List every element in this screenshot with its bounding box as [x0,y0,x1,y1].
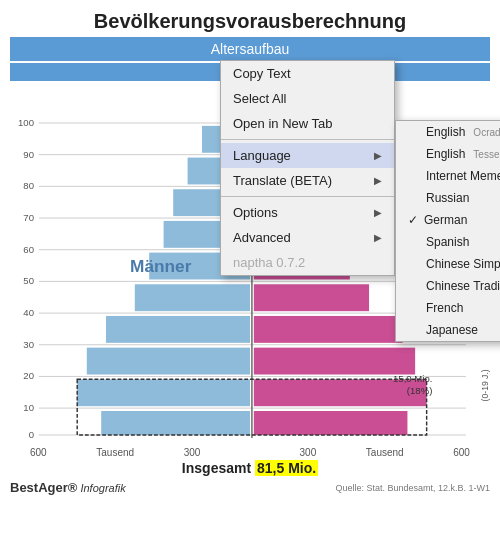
svg-text:90: 90 [23,149,34,160]
svg-text:100: 100 [18,117,34,128]
context-menu-overlay: Copy Text Select All Open in New Tab Lan… [220,60,395,276]
lang-chinese-traditional[interactable]: Chinese Traditional [396,275,500,297]
lang-french[interactable]: French [396,297,500,319]
svg-text:15,0 Mio.: 15,0 Mio. [393,373,432,384]
open-new-tab-item[interactable]: Open in New Tab [221,111,394,136]
advanced-item[interactable]: Advanced ▶ [221,225,394,250]
infographic-title: Bevölkerungsvorausberechnung [10,10,490,33]
svg-text:Männer: Männer [130,256,192,276]
translate-submenu-arrow: ▶ [374,175,382,186]
options-item[interactable]: Options ▶ [221,200,394,225]
svg-rect-29 [106,316,250,343]
options-submenu-arrow: ▶ [374,207,382,218]
separator-2 [221,196,394,197]
svg-text:40: 40 [23,307,34,318]
svg-rect-32 [101,411,250,435]
source-label: Quelle: Stat. Bundesamt, 12.k.B. 1-W1 [335,483,490,493]
footer: BestAger® Infografik Quelle: Stat. Bunde… [10,480,490,495]
copy-text-item[interactable]: Copy Text [221,61,394,86]
lang-japanese[interactable]: Japanese [396,319,500,341]
lang-spanish[interactable]: Spanish [396,231,500,253]
svg-text:10: 10 [23,402,34,413]
lang-russian[interactable]: Russian [396,187,500,209]
svg-rect-40 [254,348,415,375]
svg-text:50: 50 [23,275,34,286]
language-submenu: English Ocrad.js English Tesseract Inter… [395,120,500,342]
svg-rect-28 [135,284,250,311]
bestager-brand: BestAger® Infografik [10,480,126,495]
translate-item[interactable]: Translate (BETA) ▶ [221,168,394,193]
svg-text:80: 80 [23,180,34,191]
advanced-submenu-arrow: ▶ [374,232,382,243]
language-submenu-arrow: ▶ [374,150,382,161]
svg-text:60: 60 [23,244,34,255]
svg-text:20: 20 [23,370,34,381]
svg-rect-42 [254,411,408,435]
svg-text:0: 0 [29,429,34,440]
svg-text:30: 30 [23,339,34,350]
language-item[interactable]: Language ▶ [221,143,394,168]
lang-english-ocrad[interactable]: English Ocrad.js [396,121,500,143]
svg-rect-38 [254,284,369,311]
svg-text:70: 70 [23,212,34,223]
bottom-axis-labels: 600 Tausend 300 300 Tausend 600 [10,447,490,458]
svg-rect-39 [254,316,403,343]
lang-german[interactable]: German [396,209,500,231]
context-menu: Copy Text Select All Open in New Tab Lan… [220,60,395,276]
svg-rect-30 [87,348,250,375]
naptha-item: naptha 0.7.2 [221,250,394,275]
lang-internet-meme[interactable]: Internet Meme [396,165,500,187]
svg-text:(18%): (18%) [407,385,433,396]
infographic-subtitle: Altersaufbau [10,37,490,61]
lang-chinese-simplified[interactable]: Chinese Simplified [396,253,500,275]
svg-text:(0-19 J.): (0-19 J.) [480,369,490,401]
separator-1 [221,139,394,140]
lang-english-tesseract[interactable]: English Tesseract [396,143,500,165]
insgesamt-label: Insgesamt 81,5 Mio. [10,460,490,476]
select-all-item[interactable]: Select All [221,86,394,111]
svg-rect-31 [77,379,250,406]
